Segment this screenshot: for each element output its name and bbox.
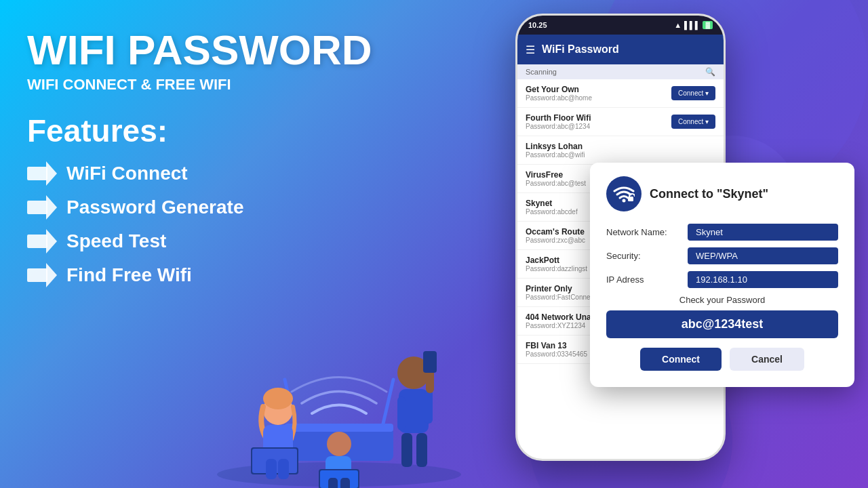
svg-marker-7 <box>46 263 57 287</box>
dialog-title: Connect to "Skynet" <box>650 187 768 201</box>
wifi-info-1: Fourth Floor Wifi Password:abc@1234 <box>526 113 671 130</box>
svg-rect-6 <box>27 268 47 282</box>
svg-rect-25 <box>423 351 437 373</box>
svg-rect-23 <box>425 390 433 424</box>
feature-item-speed: Speed Test <box>27 229 420 253</box>
search-icon[interactable]: 🔍 <box>705 67 715 77</box>
dialog-buttons: Connect Cancel <box>606 348 838 371</box>
svg-rect-27 <box>416 433 427 467</box>
arrow-icon-3 <box>27 229 57 253</box>
security-label: Security: <box>606 251 681 261</box>
wifi-item-0: Get Your Own Password:abc@home Connect ▾ <box>517 79 724 108</box>
dialog-cancel-button[interactable]: Cancel <box>730 348 804 371</box>
svg-rect-2 <box>27 201 47 214</box>
feature-item-password: Password Generate <box>27 195 420 220</box>
scanning-text: Scanning <box>526 68 557 76</box>
wifi-password-1: Password:abc@1234 <box>526 123 671 130</box>
password-display: abc@1234test <box>606 310 838 338</box>
phone-status-bar: 10.25 ▲ ▌▌▌ ▓ <box>517 16 724 35</box>
scanning-bar: Scanning 🔍 <box>517 64 724 79</box>
svg-rect-32 <box>328 478 338 488</box>
app-title: WIFI PASSWORD <box>27 27 420 73</box>
illustration <box>190 278 488 488</box>
svg-marker-5 <box>46 229 57 253</box>
svg-rect-33 <box>340 478 350 488</box>
feature-label-free-wifi: Find Free Wifi <box>66 264 192 286</box>
svg-marker-1 <box>46 161 57 186</box>
svg-rect-26 <box>401 433 412 467</box>
check-password-label: Check your Password <box>606 295 838 305</box>
svg-rect-22 <box>397 396 406 430</box>
wifi-password-2: Password:abc@wifi <box>526 151 677 159</box>
phone-header-title: WiFi Password <box>542 43 619 56</box>
wifi-item-1: Fourth Floor Wifi Password:abc@1234 Conn… <box>517 108 724 136</box>
phone-time: 10.25 <box>528 21 547 29</box>
phone-header: ☰ WiFi Password <box>517 35 724 64</box>
svg-marker-3 <box>46 195 57 220</box>
svg-point-34 <box>623 199 626 203</box>
status-icons: ▲ ▌▌▌ ▓ <box>674 21 713 29</box>
wifi-item-2: Linksys Lohan Password:abc@wifi Connect <box>517 136 724 165</box>
connect-btn-0[interactable]: Connect ▾ <box>671 86 715 100</box>
arrow-icon-1 <box>27 161 57 186</box>
svg-rect-0 <box>27 167 47 180</box>
svg-point-28 <box>327 432 351 456</box>
feature-item-wifi-connect: WiFi Connect <box>27 161 420 186</box>
feature-label-speed: Speed Test <box>66 230 166 252</box>
ip-label: IP Adress <box>606 274 681 285</box>
battery-icon: ▓ <box>703 21 713 29</box>
dialog-row-security: Security: WEP/WPA <box>606 247 838 264</box>
connect-btn-1[interactable]: Connect ▾ <box>671 115 715 129</box>
dialog-connect-button[interactable]: Connect <box>640 348 722 371</box>
wifi-status-icon: ▲ <box>674 21 682 29</box>
svg-rect-31 <box>320 470 358 488</box>
arrow-icon-2 <box>27 195 57 220</box>
hamburger-icon[interactable]: ☰ <box>526 43 535 56</box>
app-subtitle: WIFI CONNECT & FREE WIFI <box>27 76 420 94</box>
ip-value: 192.168.1.10 <box>688 271 838 288</box>
svg-rect-4 <box>27 235 47 248</box>
network-name-label: Network Name: <box>606 227 681 237</box>
features-heading: Features: <box>27 113 420 149</box>
svg-rect-19 <box>278 459 289 479</box>
dialog-header: Connect to "Skynet" <box>606 176 838 211</box>
wifi-info-0: Get Your Own Password:abc@home <box>526 85 671 102</box>
connect-dialog: Connect to "Skynet" Network Name: Skynet… <box>590 163 854 387</box>
network-name-value: Skynet <box>688 224 838 241</box>
feature-label-password: Password Generate <box>66 197 243 218</box>
dialog-row-ip: IP Adress 192.168.1.10 <box>606 271 838 288</box>
wifi-password-0: Password:abc@home <box>526 94 671 102</box>
security-value: WEP/WPA <box>688 247 838 264</box>
wifi-info-2: Linksys Lohan Password:abc@wifi <box>526 142 677 159</box>
svg-line-12 <box>383 380 393 424</box>
svg-rect-35 <box>628 197 633 201</box>
arrow-icon-4 <box>27 263 57 287</box>
feature-label-wifi-connect: WiFi Connect <box>66 163 188 184</box>
wifi-name-0: Get Your Own <box>526 85 671 94</box>
dialog-row-network: Network Name: Skynet <box>606 224 838 241</box>
svg-rect-18 <box>266 459 277 479</box>
signal-icon: ▌▌▌ <box>684 21 700 29</box>
svg-rect-10 <box>285 424 393 432</box>
svg-point-14 <box>263 388 293 409</box>
wifi-name-2: Linksys Lohan <box>526 142 677 151</box>
wifi-name-1: Fourth Floor Wifi <box>526 113 671 123</box>
dialog-wifi-icon <box>606 176 642 211</box>
